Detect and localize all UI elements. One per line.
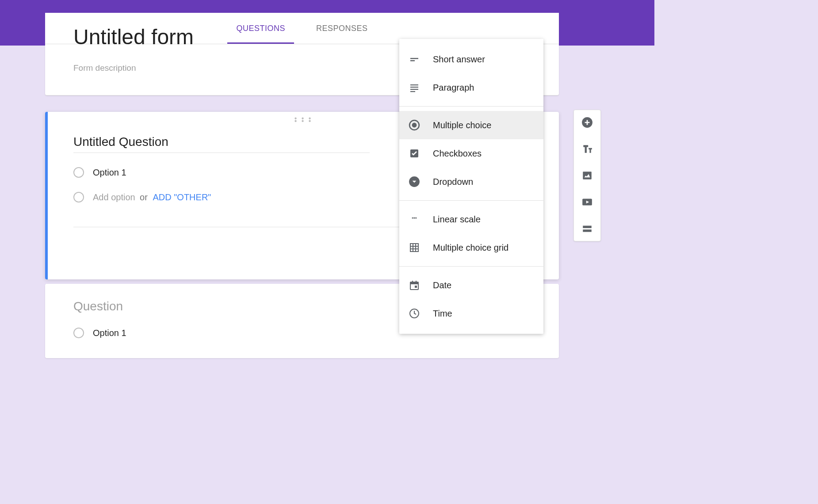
add-question-button[interactable] <box>581 116 593 129</box>
svg-rect-15 <box>410 244 418 252</box>
dropdown-label: Date <box>433 280 451 290</box>
add-option-text[interactable]: Add option <box>93 192 135 202</box>
svg-rect-1 <box>410 58 418 59</box>
paragraph-icon <box>408 81 420 94</box>
radio-selected-icon <box>408 119 420 131</box>
svg-rect-14 <box>413 218 416 218</box>
svg-point-8 <box>412 123 417 128</box>
svg-rect-22 <box>412 281 413 283</box>
radio-icon <box>73 328 84 338</box>
dropdown-divider <box>399 200 543 201</box>
dropdown-item-paragraph[interactable]: Paragraph <box>399 73 543 102</box>
svg-rect-2 <box>410 60 415 61</box>
add-section-button[interactable] <box>581 222 593 235</box>
dropdown-item-time[interactable]: Time <box>399 299 543 328</box>
add-other-link[interactable]: ADD "OTHER" <box>153 192 211 202</box>
radio-icon <box>73 192 84 202</box>
svg-rect-3 <box>410 84 418 85</box>
svg-rect-24 <box>415 286 417 288</box>
linear-scale-icon <box>408 213 420 225</box>
svg-rect-5 <box>410 89 418 90</box>
dropdown-item-dropdown[interactable]: Dropdown <box>399 168 543 196</box>
svg-rect-6 <box>410 91 415 92</box>
option-1-text-inactive: Option 1 <box>93 328 126 338</box>
radio-icon <box>73 167 84 178</box>
floating-toolbar <box>573 110 601 241</box>
checkbox-icon <box>408 147 420 160</box>
add-option-or: or <box>140 192 150 202</box>
svg-rect-30 <box>583 229 592 232</box>
dropdown-label: Multiple choice <box>433 120 491 130</box>
short-answer-icon <box>408 53 420 65</box>
svg-rect-21 <box>410 282 418 284</box>
dropdown-circle-icon <box>408 176 420 188</box>
dropdown-label: Checkboxes <box>433 149 482 159</box>
dropdown-divider <box>399 106 543 107</box>
add-image-button[interactable] <box>581 169 593 182</box>
dropdown-label: Linear scale <box>433 214 481 225</box>
dropdown-item-multiple-choice-grid[interactable]: Multiple choice grid <box>399 233 543 262</box>
dropdown-label: Paragraph <box>433 83 474 93</box>
dropdown-item-short-answer[interactable]: Short answer <box>399 45 543 73</box>
dropdown-item-multiple-choice[interactable]: Multiple choice <box>399 111 543 139</box>
svg-rect-4 <box>410 87 418 88</box>
grid-icon <box>408 241 420 254</box>
dropdown-divider <box>399 266 543 267</box>
dropdown-item-linear-scale[interactable]: Linear scale <box>399 205 543 233</box>
add-video-button[interactable] <box>581 196 593 208</box>
add-title-button[interactable] <box>581 143 593 155</box>
question-type-dropdown: Short answer Paragraph Multiple choice C… <box>399 39 543 334</box>
clock-icon <box>408 307 420 320</box>
option-1-text[interactable]: Option 1 <box>93 168 126 178</box>
calendar-icon <box>408 279 420 291</box>
svg-rect-29 <box>583 226 592 228</box>
dropdown-label: Dropdown <box>433 177 473 187</box>
dropdown-item-checkboxes[interactable]: Checkboxes <box>399 139 543 168</box>
dropdown-item-date[interactable]: Date <box>399 271 543 299</box>
svg-rect-23 <box>416 281 417 283</box>
dropdown-label: Short answer <box>433 54 485 65</box>
dropdown-label: Time <box>433 309 452 319</box>
question-title-input[interactable] <box>73 131 370 153</box>
dropdown-label: Multiple choice grid <box>433 243 508 253</box>
svg-rect-27 <box>583 172 592 179</box>
